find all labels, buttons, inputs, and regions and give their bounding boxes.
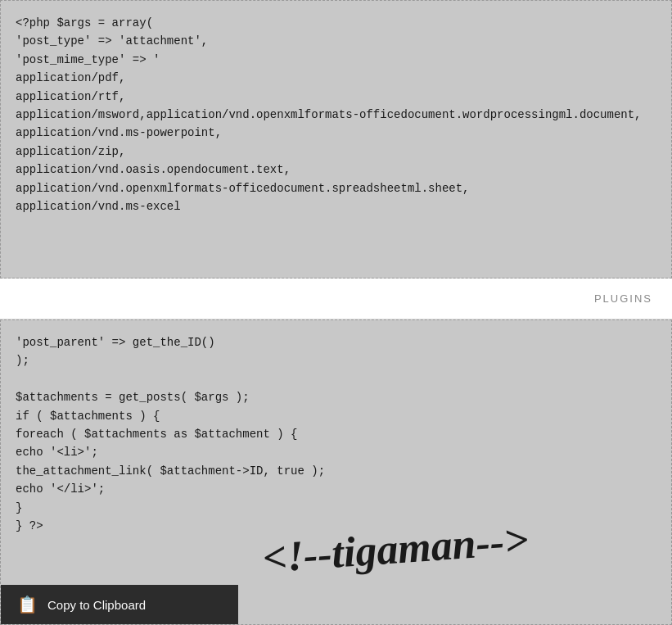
code-block-top: <?php $args = array( 'post_type' => 'att… [0, 0, 672, 279]
page-wrapper: <?php $args = array( 'post_type' => 'att… [0, 0, 672, 625]
code-content-top: <?php $args = array( 'post_type' => 'att… [16, 14, 656, 215]
code-block-bottom: 'post_parent' => get_the_ID() ); $attach… [0, 319, 672, 625]
copy-to-clipboard-button[interactable]: 📋 Copy to Clipboard [1, 585, 238, 624]
clipboard-icon: 📋 [17, 595, 38, 614]
plugins-label: PLUGINS [594, 292, 652, 305]
code-content-bottom: 'post_parent' => get_the_ID() ); $attach… [16, 333, 656, 535]
plugins-bar: PLUGINS [0, 279, 672, 319]
copy-button-label: Copy to Clipboard [47, 598, 146, 612]
